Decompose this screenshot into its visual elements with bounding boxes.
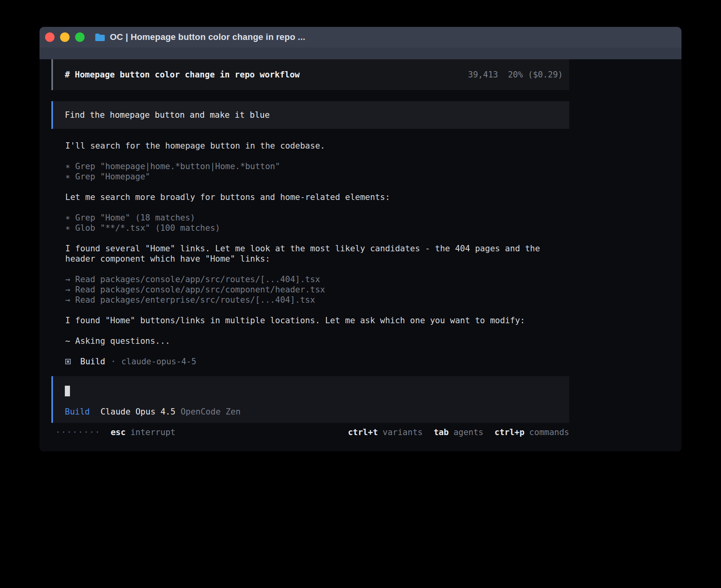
- tool-call-read: → Read packages/console/app/src/routes/[…: [65, 274, 563, 285]
- input-cursor: [65, 386, 70, 396]
- assistant-message: Let me search more broadly for buttons a…: [65, 192, 563, 202]
- conversation-transcript: I'll search for the homepage button in t…: [51, 141, 563, 367]
- shortcut-key: ctrl+p: [495, 427, 525, 437]
- input-meta: Build Claude Opus 4.5 OpenCode Zen: [65, 407, 569, 417]
- keyboard-shortcuts: ctrl+t variants tab agents ctrl+p comman…: [348, 427, 569, 437]
- shortcut-label: variants: [383, 427, 423, 437]
- agent-separator: ·: [111, 356, 116, 367]
- minimize-button[interactable]: [60, 32, 70, 42]
- input-agent-label: Build: [65, 407, 90, 417]
- shortcut-key: ctrl+t: [348, 427, 378, 437]
- shortcut-agents: tab agents: [434, 427, 483, 437]
- esc-hint: interrupt: [130, 427, 176, 437]
- traffic-lights: [45, 32, 85, 42]
- agent-name: Build: [80, 356, 105, 367]
- shortcut-commands: ctrl+p commands: [495, 427, 569, 437]
- close-button[interactable]: [45, 32, 55, 42]
- session-stats: 39,413 20% ($0.29): [468, 70, 563, 80]
- spinner-dots: ········: [55, 427, 100, 437]
- user-message-text: Find the homepage button and make it blu…: [65, 110, 270, 120]
- context-cost: 20% ($0.29): [508, 70, 563, 80]
- status-bar: ········ esc interrupt ctrl+t variants t…: [51, 427, 569, 438]
- titlebar: OC | Homepage button color change in rep…: [40, 27, 681, 47]
- tool-call-read: → Read packages/enterprise/src/routes/[.…: [65, 295, 563, 305]
- terminal-window: OC | Homepage button color change in rep…: [40, 27, 681, 451]
- shortcut-label: agents: [453, 427, 483, 437]
- shortcut-variants: ctrl+t variants: [348, 427, 423, 437]
- folder-icon: [95, 33, 105, 41]
- tool-call-grep: ∗ Grep "Homepage": [65, 172, 563, 182]
- status-line: ~ Asking questions...: [65, 336, 563, 346]
- shortcut-label: commands: [529, 427, 569, 437]
- tool-call-glob: ∗ Glob "**/*.tsx" (100 matches): [65, 223, 563, 233]
- agent-status-line: Build · claude-opus-4-5: [65, 356, 563, 367]
- agent-icon: [65, 359, 71, 364]
- maximize-button[interactable]: [75, 32, 85, 42]
- assistant-message: I found "Home" buttons/links in multiple…: [65, 315, 563, 326]
- assistant-message: I found several "Home" links. Let me loo…: [65, 243, 563, 264]
- token-count: 39,413: [468, 70, 498, 80]
- tool-call-grep: ∗ Grep "homepage|home.*button|Home.*butt…: [65, 161, 563, 172]
- agent-model: claude-opus-4-5: [121, 356, 196, 367]
- user-message: Find the homepage button and make it blu…: [51, 101, 569, 129]
- shortcut-key: tab: [434, 427, 449, 437]
- assistant-message: I'll search for the homepage button in t…: [65, 141, 563, 151]
- esc-key: esc: [111, 427, 126, 437]
- input-provider-label: OpenCode Zen: [181, 407, 241, 417]
- tool-call-grep: ∗ Grep "Home" (18 matches): [65, 213, 563, 223]
- window-title: OC | Homepage button color change in rep…: [110, 32, 305, 42]
- session-header: # Homepage button color change in repo w…: [51, 59, 569, 90]
- terminal-content: # Homepage button color change in repo w…: [40, 59, 681, 451]
- prompt-input[interactable]: Build Claude Opus 4.5 OpenCode Zen: [51, 376, 569, 423]
- session-title: # Homepage button color change in repo w…: [65, 70, 300, 80]
- input-model-label: Claude Opus 4.5: [100, 407, 176, 417]
- tool-call-read: → Read packages/console/app/src/componen…: [65, 285, 563, 295]
